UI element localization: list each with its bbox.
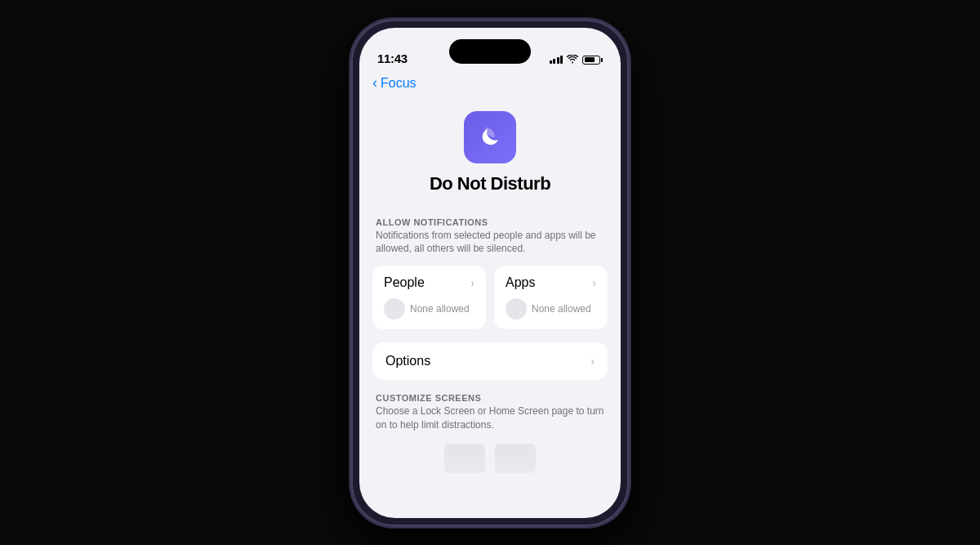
customize-screens-title: CUSTOMIZE SCREENS: [376, 393, 604, 403]
status-icons: [550, 55, 604, 65]
allow-notifications-title: ALLOW NOTIFICATIONS: [376, 217, 604, 227]
dynamic-island: [449, 39, 531, 64]
battery-fill: [585, 57, 595, 62]
screen: 11:43: [359, 28, 621, 518]
apps-none-allowed-label: None allowed: [532, 303, 591, 315]
signal-bar-3: [557, 57, 559, 64]
options-label: Options: [385, 354, 430, 369]
signal-icon: [550, 56, 564, 64]
people-card-title: People: [384, 275, 425, 290]
options-item[interactable]: Options ›: [372, 342, 608, 380]
customize-screens-subtitle: Choose a Lock Screen or Home Screen page…: [376, 404, 604, 432]
people-card-header: People ›: [384, 275, 474, 290]
main-content: Do Not Disturb ALLOW NOTIFICATIONS Notif…: [359, 98, 621, 518]
cards-row: People › None allowed Apps: [359, 259, 621, 336]
options-chevron-icon: ›: [590, 355, 595, 368]
signal-bar-2: [553, 59, 555, 64]
moon-svg: [475, 123, 505, 152]
battery-body: [582, 56, 600, 65]
scene: 11:43: [0, 0, 980, 545]
screen-thumb-1: [444, 444, 485, 473]
wifi-icon: [567, 55, 578, 65]
apps-card-body: None allowed: [506, 298, 596, 319]
section-header-allow: ALLOW NOTIFICATIONS Notifications from s…: [359, 211, 621, 260]
status-time: 11:43: [377, 51, 408, 65]
hero-title: Do Not Disturb: [430, 173, 550, 194]
phone-shell: 11:43: [351, 20, 629, 526]
screen-thumb-2: [495, 444, 536, 473]
apps-avatar-placeholder: [506, 298, 527, 319]
allow-notifications-section: ALLOW NOTIFICATIONS Notifications from s…: [359, 211, 621, 337]
people-avatar-placeholder: [384, 298, 405, 319]
people-none-allowed-label: None allowed: [410, 303, 470, 315]
screens-preview: [359, 437, 621, 480]
apps-card[interactable]: Apps › None allowed: [494, 266, 608, 329]
apps-card-title: Apps: [506, 275, 535, 290]
dnd-icon: [464, 111, 516, 163]
back-button[interactable]: ‹ Focus: [372, 75, 608, 92]
signal-bar-4: [560, 56, 563, 64]
customize-screens-section: CUSTOMIZE SCREENS Choose a Lock Screen o…: [359, 386, 621, 493]
customize-header: CUSTOMIZE SCREENS Choose a Lock Screen o…: [359, 386, 621, 437]
signal-bar-1: [550, 60, 552, 64]
hero-section: Do Not Disturb: [359, 98, 621, 211]
battery-icon: [582, 56, 603, 65]
battery-tip: [601, 58, 603, 62]
options-section: Options ›: [359, 342, 621, 380]
people-card-chevron-icon: ›: [470, 276, 474, 289]
people-card-body: None allowed: [384, 298, 474, 319]
people-card[interactable]: People › None allowed: [372, 266, 486, 329]
apps-card-chevron-icon: ›: [592, 276, 596, 289]
nav-bar: ‹ Focus: [359, 72, 621, 98]
allow-notifications-subtitle: Notifications from selected people and a…: [376, 229, 604, 257]
apps-card-header: Apps ›: [506, 275, 596, 290]
back-chevron-icon: ‹: [372, 74, 377, 92]
back-label: Focus: [381, 76, 416, 91]
